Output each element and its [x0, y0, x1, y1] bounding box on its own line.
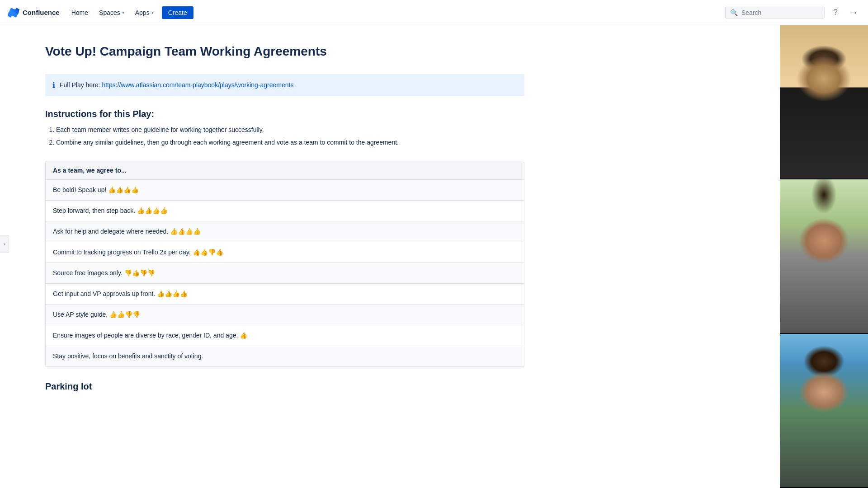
video-cell-3	[780, 334, 868, 428]
apps-chevron-icon: ▾	[151, 10, 154, 15]
spaces-chevron-icon: ▾	[122, 10, 124, 15]
table-row: Get input and VP approvals up front. 👍👍👍…	[46, 284, 524, 305]
nav-apps[interactable]: Apps ▾	[131, 6, 158, 19]
video-person-3	[780, 334, 868, 428]
instruction-item-2: Combine any similar guidelines, then go …	[56, 137, 524, 148]
table-row: Commit to tracking progress on Trello 2x…	[46, 242, 524, 263]
instruction-item-1: Each team member writes one guideline fo…	[56, 125, 524, 136]
instructions-list: Each team member writes one guideline fo…	[45, 125, 524, 148]
create-button[interactable]: Create	[162, 6, 193, 19]
help-button[interactable]: ?	[828, 5, 843, 20]
video-cell-2	[780, 179, 868, 333]
confluence-logo[interactable]: Confluence	[7, 6, 60, 19]
sidebar-toggle[interactable]: ›	[0, 235, 9, 253]
search-icon: 🔍	[730, 9, 738, 16]
table-row: Source free images only. 👎👍👎👎	[46, 263, 524, 284]
table-row: Be bold! Speak up! 👍👍👍👍	[46, 180, 524, 201]
nav-links: Home Spaces ▾ Apps ▾ Create	[67, 6, 725, 19]
table-row: Ask for help and delegate where needed. …	[46, 221, 524, 242]
nav-spaces[interactable]: Spaces ▾	[94, 6, 129, 19]
playbook-link[interactable]: https://www.atlassian.com/team-playbook/…	[102, 81, 293, 89]
video-person-2	[780, 179, 868, 333]
search-box[interactable]: 🔍 Search	[725, 7, 825, 19]
table-row: Ensure images of people are diverse by r…	[46, 325, 524, 346]
parking-lot-heading: Parking lot	[45, 381, 524, 392]
nav-right: 🔍 Search ? →	[725, 5, 861, 20]
user-account-button[interactable]: →	[846, 5, 861, 20]
info-text: Full Play here: https://www.atlassian.co…	[60, 80, 293, 90]
info-icon: ℹ	[52, 81, 55, 89]
video-cell-1	[780, 25, 868, 179]
agreements-table: As a team, we agree to... Be bold! Speak…	[45, 161, 524, 367]
table-header: As a team, we agree to...	[46, 161, 524, 180]
info-box: ℹ Full Play here: https://www.atlassian.…	[45, 74, 524, 96]
table-row: Step forward, then step back. 👍👍👍👍	[46, 201, 524, 221]
instructions-heading: Instructions for this Play:	[45, 109, 524, 119]
table-row: Use AP style guide. 👍👍👎👎	[46, 305, 524, 325]
video-panel	[780, 25, 868, 428]
nav-home[interactable]: Home	[67, 6, 93, 19]
page-title: Vote Up! Campaign Team Working Agreement…	[45, 43, 524, 60]
logo-text: Confluence	[23, 9, 60, 16]
top-navigation: Confluence Home Spaces ▾ Apps ▾ Create 🔍…	[0, 0, 868, 25]
table-row: Stay positive, focus on benefits and san…	[46, 346, 524, 366]
video-person-1	[780, 25, 868, 178]
main-content: Vote Up! Campaign Team Working Agreement…	[0, 25, 561, 428]
